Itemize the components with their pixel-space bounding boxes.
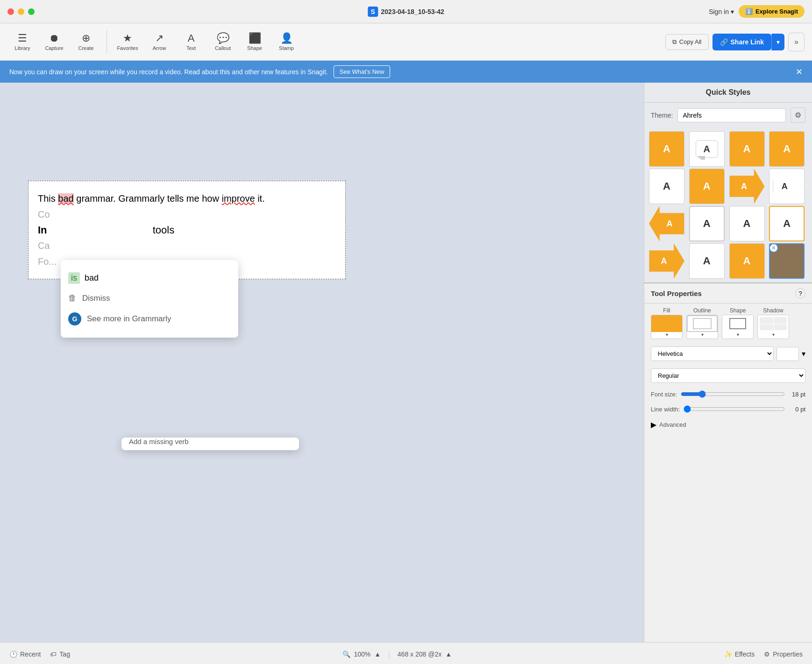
- see-new-label: See What's New: [340, 68, 385, 75]
- fill-label: Fill: [663, 307, 670, 314]
- maximize-button[interactable]: [28, 8, 35, 15]
- font-style-select[interactable]: Regular: [651, 368, 805, 383]
- dimensions-up-icon: ▲: [445, 650, 452, 658]
- grammarly-see-more-action[interactable]: G See more in Grammarly: [61, 308, 238, 330]
- zoom-up-icon: ▲: [374, 650, 381, 658]
- capture-label: Capture: [45, 45, 63, 51]
- style-cell-2[interactable]: A: [689, 131, 725, 167]
- style-cell-7[interactable]: A: [729, 169, 765, 204]
- library-label: Library: [14, 45, 30, 51]
- style-cell-12[interactable]: A: [769, 206, 805, 241]
- style-cell-1[interactable]: A: [649, 131, 684, 167]
- copy-all-button[interactable]: ⧉ Copy All: [665, 34, 709, 50]
- explore-snagit-button[interactable]: ℹ️ Explore Snagit: [739, 5, 805, 18]
- explore-label: Explore Snagit: [755, 8, 798, 15]
- toolbar-arrow[interactable]: ↗ Arrow: [144, 26, 174, 58]
- see-whats-new-button[interactable]: See What's New: [334, 65, 391, 78]
- outline-swatch[interactable]: ▾: [686, 315, 718, 339]
- toolbar-shape[interactable]: ⬛ Shape: [240, 26, 270, 58]
- window-title-area: S 2023-04-18_10-53-42: [368, 7, 444, 17]
- create-label: Create: [78, 45, 93, 51]
- font-color-dropdown[interactable]: ▾: [802, 349, 805, 358]
- clock-icon: 🕐: [9, 650, 17, 658]
- style-cell-13[interactable]: A: [649, 243, 684, 279]
- chevron-down-icon: ▾: [731, 8, 734, 15]
- style-letter-15: A: [743, 255, 751, 267]
- toolbar-create[interactable]: ⊕ Create: [71, 26, 101, 58]
- shadow-swatch[interactable]: ▾: [757, 315, 789, 339]
- grammarly-dismiss-action[interactable]: 🗑 Dismiss: [61, 289, 238, 308]
- style-letter-3: A: [743, 143, 751, 155]
- fill-swatch[interactable]: ▾: [651, 315, 683, 339]
- grammarly-is-word: is: [68, 272, 80, 284]
- style-cell-14[interactable]: A: [689, 243, 725, 279]
- properties-label: Properties: [773, 650, 803, 658]
- share-link-dropdown-button[interactable]: ▾: [771, 34, 784, 50]
- font-row: Helvetica ▾: [644, 343, 812, 365]
- theme-label: Theme:: [651, 112, 673, 119]
- toolbar-text[interactable]: A Text: [176, 26, 206, 58]
- recent-item[interactable]: 🕐 Recent: [9, 650, 41, 658]
- font-color-swatch[interactable]: [776, 347, 799, 361]
- style-cell-4[interactable]: A: [769, 131, 805, 167]
- style-cell-15[interactable]: A: [729, 243, 765, 279]
- notification-close-button[interactable]: ✕: [796, 67, 803, 77]
- info-icon: ℹ️: [745, 8, 753, 15]
- shape-swatch[interactable]: ▾: [722, 315, 754, 339]
- font-size-slider[interactable]: [681, 390, 785, 398]
- grammarly-suggestion[interactable]: is bad: [61, 268, 238, 289]
- style-letter-6: A: [703, 180, 711, 192]
- toolbar-callout[interactable]: 💬 Callout: [208, 26, 238, 58]
- style-cell-8[interactable]: A: [769, 169, 805, 204]
- title-bar: S 2023-04-18_10-53-42 Sign in ▾ ℹ️ Explo…: [0, 0, 812, 23]
- line-width-slider[interactable]: [684, 405, 785, 413]
- style-cell-9[interactable]: A: [649, 206, 684, 241]
- line-width-label: Line width:: [651, 406, 680, 413]
- toolbar-favorites[interactable]: ★ Favorites: [113, 26, 142, 58]
- dimensions-label: 468 x 208 @2x: [398, 650, 442, 658]
- style-cell-5[interactable]: A: [649, 169, 684, 204]
- toolbar-capture[interactable]: ⏺ Capture: [39, 26, 69, 58]
- effects-button[interactable]: ✨ Effects: [724, 650, 755, 658]
- style-letter-8: A: [782, 182, 788, 191]
- style-cell-10[interactable]: A: [689, 206, 725, 241]
- notification-bar: Now you can draw on your screen while yo…: [0, 61, 812, 83]
- tag-label: Tag: [59, 650, 70, 658]
- style-cell-16[interactable]: ✕: [769, 243, 805, 279]
- canvas-area[interactable]: This bad grammar. Grammarly tells me how…: [0, 83, 644, 642]
- notification-message: Now you can draw on your screen while yo…: [9, 68, 328, 76]
- font-select[interactable]: Helvetica: [651, 346, 774, 361]
- style-cell-3[interactable]: A: [729, 131, 765, 167]
- tag-item[interactable]: 🏷 Tag: [50, 650, 70, 658]
- stamp-label: Stamp: [279, 45, 294, 51]
- create-icon: ⊕: [82, 33, 90, 43]
- properties-button[interactable]: ⚙ Properties: [764, 650, 803, 658]
- line-width-row: Line width: 0 pt: [644, 402, 812, 417]
- theme-gear-button[interactable]: ⚙: [791, 107, 805, 123]
- toolbar-library[interactable]: ☰ Library: [7, 26, 37, 58]
- grammarly-dismiss-label: Dismiss: [82, 294, 110, 303]
- style-cell-11[interactable]: A: [729, 206, 765, 241]
- share-link-button[interactable]: 🔗 Share Link: [712, 34, 772, 50]
- tool-properties-header: Tool Properties ?: [644, 283, 812, 304]
- canvas-text-line2: Co: [38, 206, 336, 222]
- shape-color-area: [722, 315, 753, 332]
- close-button[interactable]: [7, 8, 14, 15]
- theme-select[interactable]: Ahrefs: [677, 108, 786, 122]
- more-options-button[interactable]: »: [788, 33, 805, 51]
- style-letter-2: A: [704, 144, 710, 155]
- arrow-label: Arrow: [153, 45, 166, 51]
- toolbar-stamp[interactable]: 👤 Stamp: [271, 26, 301, 58]
- tool-properties-help-button[interactable]: ?: [795, 288, 805, 298]
- style-letter-11: A: [743, 218, 751, 230]
- minimize-button[interactable]: [18, 8, 24, 15]
- font-size-value: 18 pt: [789, 391, 805, 398]
- sign-in-button[interactable]: Sign in ▾: [709, 8, 734, 15]
- advanced-row[interactable]: ▶ Advanced: [644, 417, 812, 433]
- font-size-row: Font size: 18 pt: [644, 387, 812, 402]
- more-icon: »: [794, 38, 798, 46]
- window-title: 2023-04-18_10-53-42: [381, 8, 444, 15]
- style-letter-1: A: [663, 143, 670, 155]
- style-cell-6[interactable]: A: [689, 169, 725, 204]
- canvas-text-line3: In tools: [38, 222, 336, 238]
